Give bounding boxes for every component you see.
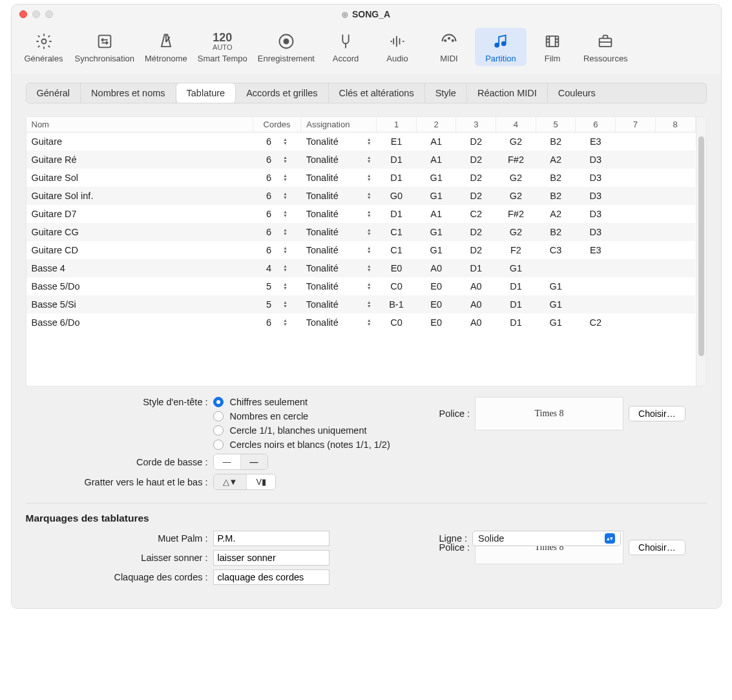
tab-réaction-midi[interactable]: Réaction MIDI (467, 83, 548, 103)
cell-assign[interactable]: Tonalité▲▼ (301, 313, 377, 332)
cell-value[interactable]: A2 (536, 151, 576, 169)
cell-value[interactable]: G2 (496, 187, 536, 205)
col-header[interactable]: 8 (655, 117, 695, 133)
toolbar-sync[interactable]: Synchronisation (70, 28, 140, 66)
close-button[interactable] (19, 10, 27, 18)
cell-value[interactable]: G2 (496, 223, 536, 241)
cell-value[interactable]: A0 (456, 295, 496, 313)
cell-value[interactable]: E1 (377, 133, 417, 151)
cell-value[interactable]: A2 (536, 205, 576, 223)
cell-value[interactable]: D2 (456, 223, 496, 241)
stepper-icon[interactable]: ▲▼ (283, 138, 288, 145)
stepper-icon[interactable]: ▲▼ (283, 301, 288, 308)
cell-value[interactable]: D3 (576, 205, 616, 223)
stepper-icon[interactable]: ▲▼ (367, 246, 371, 254)
stepper-icon[interactable]: ▲▼ (283, 264, 288, 272)
cell-assign[interactable]: Tonalité▲▼ (301, 205, 377, 223)
cell-value[interactable]: C2 (456, 205, 496, 223)
cell-value[interactable]: E0 (416, 313, 456, 332)
cell-value[interactable]: E0 (377, 259, 417, 277)
cell-assign[interactable]: Tonalité▲▼ (301, 133, 377, 151)
toolbar-smart-tempo[interactable]: 120AUTO Smart Tempo (193, 28, 253, 66)
cell-value[interactable]: A1 (416, 133, 456, 151)
cell-value[interactable] (616, 313, 656, 332)
col-header[interactable]: 3 (456, 117, 496, 133)
cell-cordes[interactable]: 6▲▼ (253, 241, 300, 259)
cell-value[interactable] (616, 277, 656, 295)
toolbar-record[interactable]: Enregistrement (253, 28, 320, 66)
radio-head-style-3[interactable] (213, 440, 224, 450)
cell-value[interactable]: C1 (377, 223, 417, 241)
cell-value[interactable] (616, 187, 656, 205)
table-row[interactable]: Guitare CG6▲▼Tonalité▲▼C1G1D2G2B2D3 (26, 223, 696, 241)
cell-value[interactable]: F#2 (496, 151, 536, 169)
col-header[interactable]: 2 (416, 117, 456, 133)
cell-value[interactable]: E0 (416, 295, 456, 313)
toolbar-tuning[interactable]: Accord (320, 28, 371, 66)
cell-value[interactable]: A1 (416, 205, 456, 223)
stepper-icon[interactable]: ▲▼ (367, 319, 371, 326)
cell-value[interactable] (616, 205, 656, 223)
cell-value[interactable]: D1 (377, 205, 417, 223)
radio-head-style-1[interactable] (213, 411, 224, 421)
table-row[interactable]: Guitare6▲▼Tonalité▲▼E1A1D2G2B2E3 (26, 133, 696, 151)
cell-value[interactable]: F#2 (496, 205, 536, 223)
cell-cordes[interactable]: 6▲▼ (253, 223, 300, 241)
radio-head-style-0[interactable] (213, 397, 224, 407)
cell-value[interactable]: G1 (496, 259, 536, 277)
cell-value[interactable] (616, 223, 656, 241)
cell-cordes[interactable]: 6▲▼ (253, 151, 300, 169)
cell-value[interactable] (616, 133, 656, 151)
stepper-icon[interactable]: ▲▼ (367, 301, 371, 308)
zoom-button[interactable] (45, 10, 53, 18)
cell-assign[interactable]: Tonalité▲▼ (301, 151, 377, 169)
stepper-icon[interactable]: ▲▼ (367, 264, 371, 272)
cell-value[interactable]: B2 (536, 223, 576, 241)
strum-opt-1[interactable]: V▮ (247, 474, 275, 489)
radio-head-style-2[interactable] (213, 425, 224, 436)
cell-assign[interactable]: Tonalité▲▼ (301, 277, 377, 295)
col-header[interactable]: 1 (377, 117, 417, 133)
stepper-icon[interactable]: ▲▼ (283, 319, 288, 326)
cell-value[interactable]: D2 (456, 241, 496, 259)
tab-clés-et-altérations[interactable]: Clés et altérations (329, 83, 425, 103)
toolbar-metronome[interactable]: Métronome (140, 28, 193, 66)
table-row[interactable]: Guitare Sol6▲▼Tonalité▲▼D1G1D2G2B2D3 (26, 169, 696, 187)
cell-value[interactable] (655, 133, 695, 151)
cell-value[interactable]: D1 (496, 295, 536, 313)
cell-value[interactable] (616, 169, 656, 187)
stepper-icon[interactable]: ▲▼ (283, 228, 288, 236)
tab-tablature[interactable]: Tablature (176, 83, 236, 103)
stepper-icon[interactable]: ▲▼ (283, 192, 288, 200)
cell-value[interactable] (576, 277, 616, 295)
cell-value[interactable]: D2 (456, 187, 496, 205)
col-header[interactable]: 4 (496, 117, 536, 133)
stepper-icon[interactable]: ▲▼ (283, 174, 288, 182)
tab-nombres-et-noms[interactable]: Nombres et noms (81, 83, 176, 103)
cell-cordes[interactable]: 6▲▼ (253, 313, 300, 332)
toolbar-audio[interactable]: Audio (371, 28, 423, 66)
cell-assign[interactable]: Tonalité▲▼ (301, 223, 377, 241)
cell-value[interactable] (655, 187, 695, 205)
col-header[interactable]: 6 (576, 117, 616, 133)
cell-value[interactable] (655, 169, 695, 187)
table-row[interactable]: Guitare Sol inf.6▲▼Tonalité▲▼G0G1D2G2B2D… (26, 187, 696, 205)
cell-value[interactable]: D1 (496, 277, 536, 295)
col-header[interactable]: Cordes (253, 117, 300, 133)
tab-général[interactable]: Général (26, 83, 81, 103)
cell-value[interactable]: A0 (456, 313, 496, 332)
stepper-icon[interactable]: ▲▼ (367, 138, 371, 145)
tab-style[interactable]: Style (425, 83, 467, 103)
table-row[interactable]: Basse 6/Do6▲▼Tonalité▲▼C0E0A0D1G1C2 (26, 313, 696, 332)
cell-value[interactable]: D1 (377, 169, 417, 187)
cell-cordes[interactable]: 5▲▼ (253, 277, 300, 295)
stepper-icon[interactable]: ▲▼ (367, 228, 371, 236)
toolbar-general[interactable]: Générales (18, 28, 70, 66)
strum-opt-0[interactable]: △▼ (214, 474, 247, 489)
cell-value[interactable]: D1 (456, 259, 496, 277)
stepper-icon[interactable]: ▲▼ (367, 210, 371, 218)
stepper-icon[interactable]: ▲▼ (283, 282, 288, 290)
stepper-icon[interactable]: ▲▼ (367, 282, 371, 290)
toolbar-score[interactable]: Partition (475, 28, 527, 66)
cell-value[interactable]: D1 (496, 313, 536, 332)
